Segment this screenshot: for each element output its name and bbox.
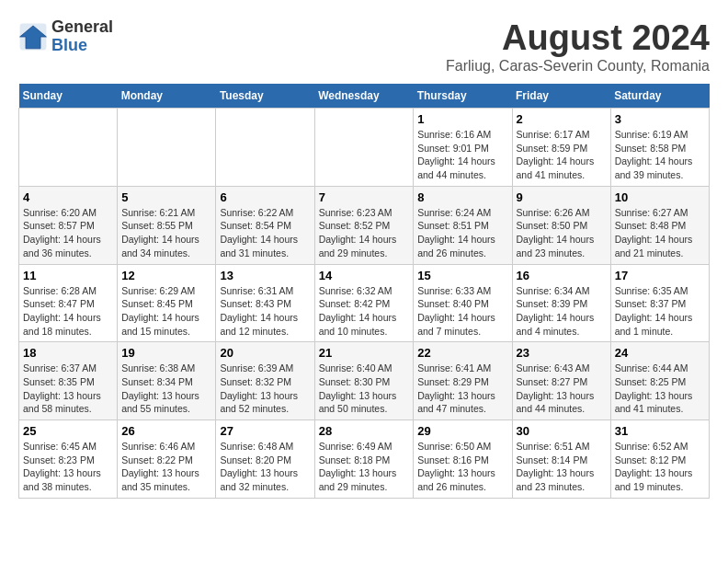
day-info: Sunrise: 6:21 AM Sunset: 8:55 PM Dayligh… bbox=[121, 206, 211, 260]
logo-icon bbox=[18, 22, 48, 52]
day-number: 1 bbox=[417, 112, 507, 126]
calendar-cell bbox=[19, 109, 118, 187]
day-number: 7 bbox=[319, 190, 410, 204]
calendar-cell: 3Sunrise: 6:19 AM Sunset: 8:58 PM Daylig… bbox=[610, 109, 709, 187]
day-info: Sunrise: 6:48 AM Sunset: 8:20 PM Dayligh… bbox=[220, 440, 310, 494]
day-number: 25 bbox=[23, 424, 113, 438]
calendar-cell bbox=[118, 109, 216, 187]
calendar-week-row: 1Sunrise: 6:16 AM Sunset: 9:01 PM Daylig… bbox=[19, 109, 710, 187]
day-info: Sunrise: 6:45 AM Sunset: 8:23 PM Dayligh… bbox=[23, 440, 113, 494]
day-info: Sunrise: 6:40 AM Sunset: 8:30 PM Dayligh… bbox=[319, 362, 410, 416]
day-number: 24 bbox=[615, 346, 705, 360]
calendar-cell: 5Sunrise: 6:21 AM Sunset: 8:55 PM Daylig… bbox=[118, 186, 216, 264]
calendar-cell bbox=[314, 109, 414, 187]
day-info: Sunrise: 6:49 AM Sunset: 8:18 PM Dayligh… bbox=[319, 440, 410, 494]
day-info: Sunrise: 6:50 AM Sunset: 8:16 PM Dayligh… bbox=[417, 440, 507, 494]
day-info: Sunrise: 6:32 AM Sunset: 8:42 PM Dayligh… bbox=[319, 284, 410, 339]
calendar-cell bbox=[216, 109, 314, 187]
day-number: 13 bbox=[220, 269, 310, 282]
day-header-wednesday: Wednesday bbox=[314, 84, 414, 109]
day-number: 8 bbox=[417, 190, 507, 204]
calendar-cell: 4Sunrise: 6:20 AM Sunset: 8:57 PM Daylig… bbox=[19, 186, 118, 264]
day-number: 17 bbox=[615, 269, 705, 282]
day-info: Sunrise: 6:22 AM Sunset: 8:54 PM Dayligh… bbox=[220, 206, 310, 260]
day-info: Sunrise: 6:51 AM Sunset: 8:14 PM Dayligh… bbox=[517, 440, 607, 494]
title-section: August 2024 Farliug, Caras-Severin Count… bbox=[446, 18, 710, 75]
calendar-cell: 12Sunrise: 6:29 AM Sunset: 8:45 PM Dayli… bbox=[118, 264, 216, 342]
calendar-cell: 29Sunrise: 6:50 AM Sunset: 8:16 PM Dayli… bbox=[414, 420, 512, 499]
day-info: Sunrise: 6:23 AM Sunset: 8:52 PM Dayligh… bbox=[319, 206, 410, 260]
day-info: Sunrise: 6:34 AM Sunset: 8:39 PM Dayligh… bbox=[517, 284, 607, 339]
day-info: Sunrise: 6:20 AM Sunset: 8:57 PM Dayligh… bbox=[23, 206, 113, 260]
calendar-cell: 19Sunrise: 6:38 AM Sunset: 8:34 PM Dayli… bbox=[118, 342, 216, 420]
calendar-cell: 16Sunrise: 6:34 AM Sunset: 8:39 PM Dayli… bbox=[512, 264, 610, 342]
day-number: 5 bbox=[121, 190, 211, 204]
calendar-cell: 25Sunrise: 6:45 AM Sunset: 8:23 PM Dayli… bbox=[19, 420, 118, 499]
day-number: 11 bbox=[23, 269, 113, 282]
day-number: 27 bbox=[220, 424, 310, 438]
logo-text: General Blue bbox=[51, 18, 113, 55]
day-info: Sunrise: 6:28 AM Sunset: 8:47 PM Dayligh… bbox=[23, 284, 113, 339]
main-title: August 2024 bbox=[446, 18, 710, 58]
day-number: 19 bbox=[121, 346, 211, 360]
day-number: 21 bbox=[319, 346, 410, 360]
day-header-saturday: Saturday bbox=[610, 84, 709, 109]
day-header-sunday: Sunday bbox=[19, 84, 118, 109]
calendar-table: SundayMondayTuesdayWednesdayThursdayFrid… bbox=[18, 84, 710, 499]
day-number: 29 bbox=[417, 424, 507, 438]
calendar-week-row: 18Sunrise: 6:37 AM Sunset: 8:35 PM Dayli… bbox=[19, 342, 710, 420]
day-number: 16 bbox=[517, 269, 607, 282]
day-number: 22 bbox=[417, 346, 507, 360]
day-header-thursday: Thursday bbox=[414, 84, 512, 109]
day-info: Sunrise: 6:37 AM Sunset: 8:35 PM Dayligh… bbox=[23, 362, 113, 416]
calendar-cell: 2Sunrise: 6:17 AM Sunset: 8:59 PM Daylig… bbox=[512, 109, 610, 187]
day-info: Sunrise: 6:19 AM Sunset: 8:58 PM Dayligh… bbox=[615, 128, 705, 182]
day-info: Sunrise: 6:35 AM Sunset: 8:37 PM Dayligh… bbox=[615, 284, 705, 339]
day-info: Sunrise: 6:52 AM Sunset: 8:12 PM Dayligh… bbox=[615, 440, 705, 494]
day-number: 30 bbox=[517, 424, 607, 438]
logo: General Blue bbox=[18, 18, 113, 55]
logo-general-label: General bbox=[51, 18, 113, 37]
day-info: Sunrise: 6:17 AM Sunset: 8:59 PM Dayligh… bbox=[517, 128, 607, 182]
calendar-cell: 13Sunrise: 6:31 AM Sunset: 8:43 PM Dayli… bbox=[216, 264, 314, 342]
day-number: 31 bbox=[615, 424, 705, 438]
day-header-monday: Monday bbox=[118, 84, 216, 109]
day-info: Sunrise: 6:29 AM Sunset: 8:45 PM Dayligh… bbox=[121, 284, 211, 339]
calendar-cell: 11Sunrise: 6:28 AM Sunset: 8:47 PM Dayli… bbox=[19, 264, 118, 342]
calendar-header-row: SundayMondayTuesdayWednesdayThursdayFrid… bbox=[19, 84, 710, 109]
day-info: Sunrise: 6:38 AM Sunset: 8:34 PM Dayligh… bbox=[121, 362, 211, 416]
calendar-week-row: 4Sunrise: 6:20 AM Sunset: 8:57 PM Daylig… bbox=[19, 186, 710, 264]
day-number: 14 bbox=[319, 269, 410, 282]
calendar-cell: 26Sunrise: 6:46 AM Sunset: 8:22 PM Dayli… bbox=[118, 420, 216, 499]
day-info: Sunrise: 6:46 AM Sunset: 8:22 PM Dayligh… bbox=[121, 440, 211, 494]
day-number: 4 bbox=[23, 190, 113, 204]
calendar-cell: 17Sunrise: 6:35 AM Sunset: 8:37 PM Dayli… bbox=[610, 264, 709, 342]
day-number: 20 bbox=[220, 346, 310, 360]
calendar-cell: 15Sunrise: 6:33 AM Sunset: 8:40 PM Dayli… bbox=[414, 264, 512, 342]
day-number: 28 bbox=[319, 424, 410, 438]
calendar-cell: 28Sunrise: 6:49 AM Sunset: 8:18 PM Dayli… bbox=[314, 420, 414, 499]
calendar-cell: 22Sunrise: 6:41 AM Sunset: 8:29 PM Dayli… bbox=[414, 342, 512, 420]
calendar-cell: 20Sunrise: 6:39 AM Sunset: 8:32 PM Dayli… bbox=[216, 342, 314, 420]
day-number: 26 bbox=[121, 424, 211, 438]
calendar-cell: 18Sunrise: 6:37 AM Sunset: 8:35 PM Dayli… bbox=[19, 342, 118, 420]
calendar-cell: 7Sunrise: 6:23 AM Sunset: 8:52 PM Daylig… bbox=[314, 186, 414, 264]
calendar-week-row: 11Sunrise: 6:28 AM Sunset: 8:47 PM Dayli… bbox=[19, 264, 710, 342]
day-header-friday: Friday bbox=[512, 84, 610, 109]
day-info: Sunrise: 6:44 AM Sunset: 8:25 PM Dayligh… bbox=[615, 362, 705, 416]
day-number: 3 bbox=[615, 112, 705, 126]
day-number: 6 bbox=[220, 190, 310, 204]
day-info: Sunrise: 6:24 AM Sunset: 8:51 PM Dayligh… bbox=[417, 206, 507, 260]
day-info: Sunrise: 6:41 AM Sunset: 8:29 PM Dayligh… bbox=[417, 362, 507, 416]
calendar-cell: 21Sunrise: 6:40 AM Sunset: 8:30 PM Dayli… bbox=[314, 342, 414, 420]
calendar-cell: 23Sunrise: 6:43 AM Sunset: 8:27 PM Dayli… bbox=[512, 342, 610, 420]
page-header: General Blue August 2024 Farliug, Caras-… bbox=[18, 18, 710, 75]
day-header-tuesday: Tuesday bbox=[216, 84, 314, 109]
day-number: 12 bbox=[121, 269, 211, 282]
day-info: Sunrise: 6:43 AM Sunset: 8:27 PM Dayligh… bbox=[517, 362, 607, 416]
day-number: 9 bbox=[517, 190, 607, 204]
calendar-cell: 9Sunrise: 6:26 AM Sunset: 8:50 PM Daylig… bbox=[512, 186, 610, 264]
day-info: Sunrise: 6:26 AM Sunset: 8:50 PM Dayligh… bbox=[517, 206, 607, 260]
day-info: Sunrise: 6:31 AM Sunset: 8:43 PM Dayligh… bbox=[220, 284, 310, 339]
day-number: 2 bbox=[517, 112, 607, 126]
